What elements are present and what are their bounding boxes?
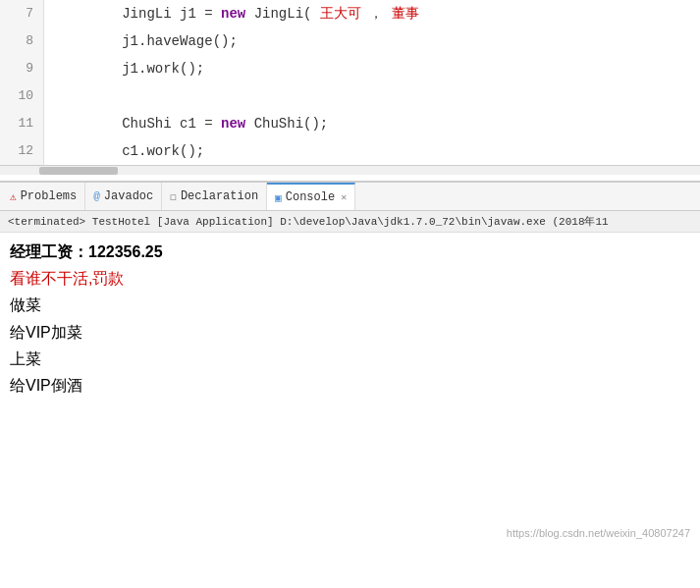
tab-problems-label: Problems bbox=[21, 189, 78, 203]
line-content-8: j1.haveWage(); bbox=[44, 27, 238, 55]
line-content-11: ChuShi c1 = new ChuShi(); bbox=[44, 110, 328, 137]
watermark: https://blog.csdn.net/weixin_40807247 bbox=[507, 527, 690, 539]
console-header: <terminated> TestHotel [Java Application… bbox=[0, 211, 700, 233]
console-icon: ▣ bbox=[275, 191, 282, 204]
console-line-vip-wine: 给VIP倒酒 bbox=[10, 372, 690, 399]
code-line-11: 11 ChuShi c1 = new ChuShi(); bbox=[0, 110, 700, 137]
tab-javadoc-label: Javadoc bbox=[104, 189, 153, 203]
console-line-salary: 经理工资：122356.25 bbox=[10, 239, 690, 265]
tab-javadoc[interactable]: @ Javadoc bbox=[85, 183, 162, 210]
console-line-cook: 做菜 bbox=[10, 292, 690, 318]
line-number-10: 10 bbox=[0, 82, 44, 110]
declaration-icon: ◻ bbox=[170, 190, 177, 203]
code-line-9: 9 j1.work(); bbox=[0, 55, 700, 82]
line-number-8: 8 bbox=[0, 27, 44, 55]
console-close-icon[interactable]: ✕ bbox=[341, 191, 347, 203]
tab-declaration[interactable]: ◻ Declaration bbox=[162, 183, 267, 210]
line-number-12: 12 bbox=[0, 137, 44, 165]
code-line-12: 12 c1.work(); bbox=[0, 137, 700, 165]
console-output: 经理工资：122356.25 看谁不干活,罚款 做菜 给VIP加菜 上菜 给VI… bbox=[0, 233, 700, 404]
bottom-panel: ⚠ Problems @ Javadoc ◻ Declaration ▣ Con… bbox=[0, 182, 700, 549]
keyword-new-2: new bbox=[221, 116, 245, 132]
code-scrollbar-thumb[interactable] bbox=[39, 167, 118, 175]
tab-console-label: Console bbox=[286, 190, 335, 204]
javadoc-icon: @ bbox=[93, 190, 100, 202]
line-number-9: 9 bbox=[0, 55, 44, 82]
code-line-10: 10 bbox=[0, 82, 700, 110]
line-number-11: 11 bbox=[0, 110, 44, 137]
console-line-serve: 上菜 bbox=[10, 346, 690, 372]
tab-bar[interactable]: ⚠ Problems @ Javadoc ◻ Declaration ▣ Con… bbox=[0, 182, 700, 211]
tab-problems[interactable]: ⚠ Problems bbox=[2, 183, 85, 210]
console-area: <terminated> TestHotel [Java Application… bbox=[0, 211, 700, 404]
keyword-new: new bbox=[221, 6, 245, 22]
code-line-7: 7 JingLi j1 = new JingLi( 王大可 ， 董事 bbox=[0, 0, 700, 27]
console-line-warning: 看谁不干活,罚款 bbox=[10, 265, 690, 292]
line-content-7: JingLi j1 = new JingLi( 王大可 ， 董事 bbox=[44, 0, 419, 27]
console-line-vip-add: 给VIP加菜 bbox=[10, 319, 690, 346]
code-scrollbar[interactable] bbox=[0, 165, 700, 175]
tab-console[interactable]: ▣ Console ✕ bbox=[267, 183, 355, 210]
code-line-8: 8 j1.haveWage(); bbox=[0, 27, 700, 55]
code-editor: 7 JingLi j1 = new JingLi( 王大可 ， 董事 8 j1.… bbox=[0, 0, 700, 182]
line-number-7: 7 bbox=[0, 0, 44, 27]
line-content-9: j1.work(); bbox=[44, 55, 204, 82]
string-param-2: 董事 bbox=[383, 6, 418, 22]
line-content-12: c1.work(); bbox=[44, 137, 204, 165]
string-param: 王大可 bbox=[320, 6, 361, 22]
problems-icon: ⚠ bbox=[10, 190, 17, 203]
tab-declaration-label: Declaration bbox=[181, 189, 258, 203]
code-lines: 7 JingLi j1 = new JingLi( 王大可 ， 董事 8 j1.… bbox=[0, 0, 700, 165]
